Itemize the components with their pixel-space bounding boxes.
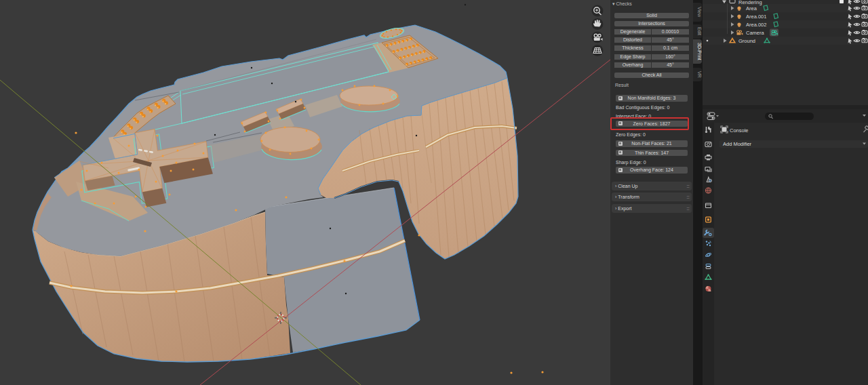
svg-text:Area.002: Area.002 <box>746 22 766 28</box>
svg-text:Camera: Camera <box>746 30 765 36</box>
svg-text:Rendering: Rendering <box>738 0 762 5</box>
svg-text:Ground: Ground <box>738 38 755 44</box>
svg-text:Area.001: Area.001 <box>746 14 766 20</box>
svg-text:Area: Area <box>746 5 757 12</box>
svg-text:Add Modifier: Add Modifier <box>723 141 752 147</box>
svg-text:Console: Console <box>730 127 749 134</box>
